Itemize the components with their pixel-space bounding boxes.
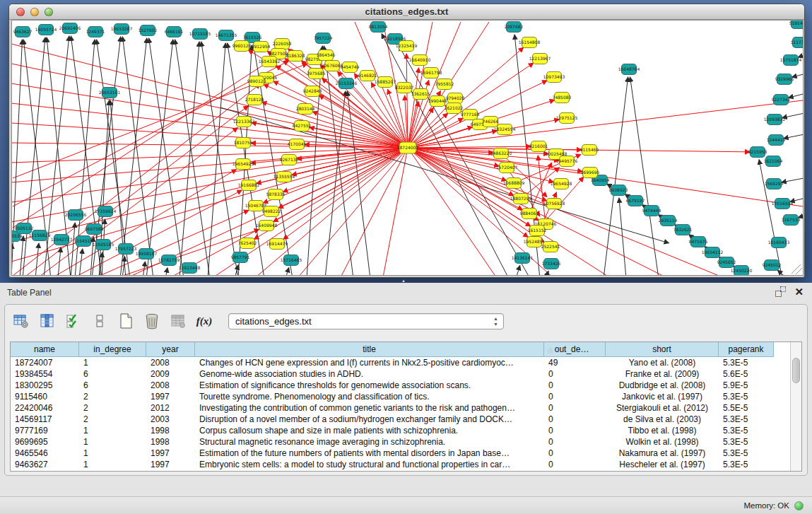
table-cell[interactable]: 6 xyxy=(79,368,146,380)
table-cell[interactable]: 19384554 xyxy=(11,368,79,380)
table-cell[interactable]: 2 xyxy=(79,414,146,425)
table-cell[interactable]: Corpus callosum shape and size in male p… xyxy=(195,425,544,436)
table-row[interactable]: 969969511998Structural magnetic resonanc… xyxy=(11,436,790,448)
table-cell[interactable]: 22420046 xyxy=(11,402,79,414)
table-cell[interactable]: Wolkin et al. (1998) xyxy=(606,436,719,448)
table-cell[interactable]: Franke et al. (2009) xyxy=(606,368,719,380)
table-cell[interactable]: 1997 xyxy=(146,459,195,470)
table-cell[interactable]: Genome-wide association studies in ADHD. xyxy=(195,368,544,380)
column-header-out_de[interactable]: △out_de… xyxy=(544,342,606,357)
table-row[interactable]: 1938455462009Genome-wide association stu… xyxy=(11,368,790,380)
table-cell[interactable]: 9777169 xyxy=(11,425,79,436)
column-header-pagerank[interactable]: pagerank xyxy=(719,342,774,357)
table-cell[interactable]: 18724007 xyxy=(11,357,79,368)
table-cell[interactable]: 2003 xyxy=(146,414,195,425)
table-cell[interactable]: 5.9E-5 xyxy=(719,380,774,391)
table-cell[interactable]: 2008 xyxy=(146,380,195,391)
table-cell[interactable]: 5.3E-5 xyxy=(719,459,774,470)
table-cell[interactable]: 2 xyxy=(79,402,146,414)
table-cell[interactable]: 0 xyxy=(544,380,606,391)
table-cell[interactable]: 9463627 xyxy=(11,459,79,470)
table-disabled-icon[interactable] xyxy=(169,312,187,330)
column-header-year[interactable]: year xyxy=(146,342,195,357)
resize-grip-icon[interactable] xyxy=(792,264,801,274)
table-cell[interactable]: 5.3E-5 xyxy=(719,391,774,402)
table-cell[interactable]: 1 xyxy=(79,436,146,448)
float-panel-icon[interactable] xyxy=(775,286,786,297)
column-header-in_degree[interactable]: in_degree xyxy=(79,342,146,357)
table-cell[interactable]: 9115460 xyxy=(11,391,79,402)
table-row[interactable]: 946554611997Estimation of the future num… xyxy=(11,448,790,459)
table-row[interactable]: 1456911722003Disruption of a novel membe… xyxy=(11,414,790,425)
table-row[interactable]: 2242004622012Investigating the contribut… xyxy=(11,402,790,414)
table-cell[interactable]: 1 xyxy=(79,357,146,368)
vertical-scrollbar[interactable] xyxy=(790,342,801,471)
table-cell[interactable]: de Silva et al. (2003) xyxy=(606,414,719,425)
select-rows-icon[interactable] xyxy=(64,312,83,330)
network-graph[interactable]: 9463627140557242069140612493711065328715… xyxy=(12,21,804,276)
table-cell[interactable]: 0 xyxy=(544,425,606,436)
table-cell[interactable]: Investigating the contribution of common… xyxy=(195,402,544,414)
table-cell[interactable]: 2012 xyxy=(146,402,195,414)
table-cell[interactable]: 18300295 xyxy=(11,380,79,391)
table-cell[interactable]: Nakamura et al. (1997) xyxy=(606,448,719,459)
table-cell[interactable]: 0 xyxy=(544,436,606,448)
table-row[interactable]: 977716911998Corpus callosum shape and si… xyxy=(11,425,790,436)
table-cell[interactable]: 2009 xyxy=(146,368,195,380)
table-cell[interactable]: Estimation of the future numbers of pati… xyxy=(195,448,544,459)
table-cell[interactable]: 9699695 xyxy=(11,436,79,448)
table-cell[interactable]: 5.3E-5 xyxy=(719,448,774,459)
table-cell[interactable]: 5.5E-5 xyxy=(719,402,774,414)
delete-trash-icon[interactable] xyxy=(143,312,161,330)
window-titlebar[interactable]: citations_edges.txt xyxy=(9,4,804,20)
table-cell[interactable]: 14569117 xyxy=(11,414,79,425)
table-cell[interactable]: 0 xyxy=(544,448,606,459)
table-cell[interactable]: Yano et al. (2008) xyxy=(606,357,719,368)
table-cell[interactable]: 2008 xyxy=(146,357,195,368)
table-cell[interactable]: Tibbo et al. (1998) xyxy=(606,425,719,436)
table-cell[interactable]: Jankovic et al. (1997) xyxy=(606,391,719,402)
table-cell[interactable]: Dudbridge et al. (2008) xyxy=(606,380,719,391)
table-cell[interactable]: 1998 xyxy=(146,436,195,448)
close-panel-icon[interactable]: ✕ xyxy=(794,286,804,297)
scrollbar-thumb[interactable] xyxy=(792,358,800,383)
function-builder-button[interactable]: f(x) xyxy=(195,312,213,330)
table-cell[interactable]: Tourette syndrome. Phenomenology and cla… xyxy=(195,391,544,402)
table-cell[interactable]: 49 xyxy=(544,357,606,368)
table-cell[interactable]: Estimation of significance thresholds fo… xyxy=(195,380,544,391)
table-row[interactable]: 1872400712008Changes of HCN gene express… xyxy=(11,357,790,368)
table-cell[interactable]: 5.3E-5 xyxy=(719,425,774,436)
table-column-icon[interactable] xyxy=(38,312,57,330)
network-canvas[interactable]: 9463627140557242069140612493711065328715… xyxy=(11,20,804,276)
table-cell[interactable]: 0 xyxy=(544,368,606,380)
table-cell[interactable]: 0 xyxy=(544,414,606,425)
table-cell[interactable]: 0 xyxy=(544,459,606,470)
table-cell[interactable]: 2 xyxy=(79,391,146,402)
table-cell[interactable]: 5.6E-5 xyxy=(719,368,774,380)
table-cell[interactable]: 1 xyxy=(79,459,146,470)
table-row[interactable]: 1830029562008Estimation of significance … xyxy=(11,380,790,391)
table-cell[interactable]: Structural magnetic resonance image aver… xyxy=(195,436,544,448)
table-settings-icon[interactable] xyxy=(12,312,30,330)
new-document-icon[interactable] xyxy=(117,312,135,330)
table-cell[interactable]: Changes of HCN gene expression and I(f) … xyxy=(195,357,544,368)
table-cell[interactable]: 1997 xyxy=(146,448,195,459)
table-cell[interactable]: 9465546 xyxy=(11,448,79,459)
table-cell[interactable]: Hescheler et al. (1997) xyxy=(606,459,719,470)
table-row[interactable]: 911546021997Tourette syndrome. Phenomeno… xyxy=(11,391,790,402)
table-row[interactable]: 946362711997Embryonic stem cells: a mode… xyxy=(11,459,790,470)
table-cell[interactable]: Stergiakouli et al. (2012) xyxy=(606,402,719,414)
table-cell[interactable]: 1 xyxy=(79,448,146,459)
table-cell[interactable]: 5.3E-5 xyxy=(719,357,774,368)
table-cell[interactable]: 1 xyxy=(79,425,146,436)
table-cell[interactable]: 0 xyxy=(544,391,606,402)
table-cell[interactable]: 0 xyxy=(544,402,606,414)
table-cell[interactable]: 1998 xyxy=(146,425,195,436)
column-header-short[interactable]: short xyxy=(606,342,719,357)
table-cell[interactable]: Disruption of a novel member of a sodium… xyxy=(195,414,544,425)
table-cell[interactable]: 1997 xyxy=(146,391,195,402)
table-cell[interactable]: 5.3E-5 xyxy=(719,436,774,448)
table-cell[interactable]: Embryonic stem cells: a model to study s… xyxy=(195,459,544,470)
table-cell[interactable]: 6 xyxy=(79,380,146,391)
table-selector-combobox[interactable]: citations_edges.txt ▲▼ xyxy=(228,313,504,329)
